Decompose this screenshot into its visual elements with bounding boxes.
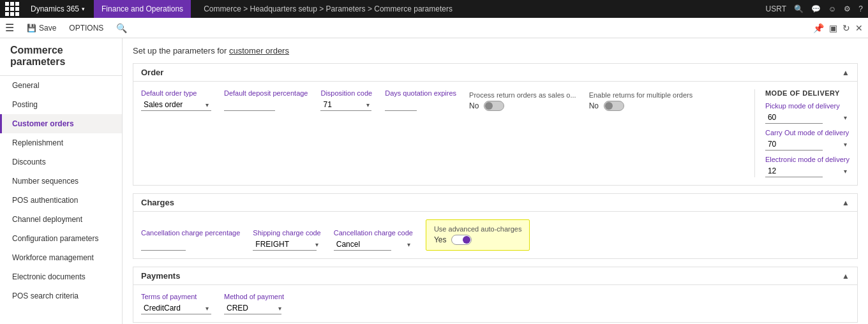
charges-section-title: Charges	[141, 198, 174, 207]
apps-area: Dynamics 365 ▾ Finance and Operations	[5, 0, 191, 18]
carry-out-mode-select[interactable]: 70	[765, 138, 823, 151]
pickup-mode-select[interactable]: 60	[765, 112, 823, 124]
order-section: Order ▲ Default order type Sales order	[133, 63, 858, 186]
enable-returns-group: Enable returns for multiple orders No	[589, 91, 693, 111]
use-advanced-label: Use advanced auto-charges	[434, 225, 522, 233]
electronic-mode-select[interactable]: 12	[765, 165, 823, 177]
sidebar-item-configuration-parameters[interactable]: Configuration parameters	[0, 229, 122, 248]
pickup-mode-group: Pickup mode of delivery 60	[765, 102, 849, 124]
process-return-toggle[interactable]	[484, 101, 504, 111]
terms-of-payment-select[interactable]: CreditCard	[141, 302, 211, 314]
help-icon[interactable]: ?	[858, 4, 863, 13]
close-icon[interactable]: ✕	[855, 23, 863, 33]
cancellation-charge-code-label: Cancellation charge code	[334, 229, 413, 237]
windows-icon[interactable]: ▣	[829, 23, 837, 33]
charges-section: Charges ▲ Cancellation charge percentage…	[133, 193, 858, 259]
toolbar-right-actions: 📌 ▣ ↻ ✕	[813, 23, 863, 33]
finance-operations-label: Finance and Operations	[94, 0, 191, 18]
payments-section: Payments ▲ Terms of payment CreditCard M	[133, 267, 858, 323]
sidebar-item-discounts[interactable]: Discounts	[0, 152, 122, 172]
days-quotation-group: Days quotation expires 30	[385, 89, 456, 111]
shipping-charge-code-select[interactable]: FREIGHT	[253, 239, 317, 251]
sidebar-item-replenishment[interactable]: Replenishment	[0, 133, 122, 152]
user-label: USRT	[766, 4, 786, 13]
smiley-icon[interactable]: ☺	[828, 4, 836, 13]
pickup-mode-label: Pickup mode of delivery	[765, 102, 849, 110]
sidebar-item-workforce-management[interactable]: Workforce management	[0, 248, 122, 267]
shipping-charge-code-label: Shipping charge code	[253, 229, 320, 237]
cancellation-charge-pct-group: Cancellation charge percentage 5.00	[141, 229, 240, 251]
hamburger-icon[interactable]: ☰	[5, 22, 14, 34]
payments-collapse-icon[interactable]: ▲	[842, 272, 849, 281]
order-section-title: Order	[141, 68, 163, 77]
process-return-toggle-group: No	[469, 101, 576, 111]
method-of-payment-label: Method of payment	[224, 293, 284, 300]
breadcrumb: Commerce > Headquarters setup > Paramete…	[204, 4, 453, 13]
save-icon: 💾	[27, 24, 36, 33]
sidebar-item-general[interactable]: General	[0, 76, 122, 95]
sidebar-item-electronic-documents[interactable]: Electronic documents	[0, 267, 122, 286]
order-section-body: Default order type Sales order Default d…	[133, 82, 857, 185]
charges-section-body: Cancellation charge percentage 5.00 Ship…	[133, 212, 857, 258]
carry-out-mode-group: Carry Out mode of delivery 70	[765, 129, 849, 151]
mode-of-delivery-panel: MODE OF DELIVERY Pickup mode of delivery…	[754, 89, 849, 177]
enable-returns-toggle-group: No	[589, 101, 693, 111]
toolbar-search-icon[interactable]: 🔍	[116, 23, 127, 33]
payments-section-title: Payments	[141, 271, 180, 281]
dynamics365-label[interactable]: Dynamics 365 ▾	[26, 0, 90, 18]
days-quotation-label: Days quotation expires	[385, 89, 456, 97]
nav-right-actions: USRT 🔍 💬 ☺ ⚙ ?	[766, 4, 863, 13]
default-order-type-label: Default order type	[141, 89, 211, 97]
refresh-icon[interactable]: ↻	[842, 23, 850, 33]
chat-icon[interactable]: 💬	[811, 4, 821, 13]
process-return-group: Process return orders as sales o... No	[469, 91, 576, 111]
sidebar-item-number-sequences[interactable]: Number sequences	[0, 172, 122, 191]
pin-icon[interactable]: 📌	[813, 23, 824, 33]
carry-out-mode-label: Carry Out mode of delivery	[765, 129, 849, 136]
default-order-type-select[interactable]: Sales order	[141, 99, 211, 111]
top-nav: Dynamics 365 ▾ Finance and Operations Co…	[0, 0, 868, 18]
sidebar-item-customer-orders[interactable]: Customer orders	[0, 114, 122, 133]
days-quotation-input[interactable]: 30	[385, 99, 417, 111]
options-button[interactable]: OPTIONS	[66, 24, 106, 33]
mode-of-delivery-title: MODE OF DELIVERY	[765, 89, 849, 97]
method-of-payment-group: Method of payment CRED	[224, 293, 284, 314]
terms-of-payment-group: Terms of payment CreditCard	[141, 293, 211, 314]
electronic-mode-group: Electronic mode of delivery 12	[765, 156, 849, 177]
order-collapse-icon[interactable]: ▲	[842, 68, 849, 77]
order-section-title-bar: Order ▲	[133, 64, 857, 82]
apps-grid-icon[interactable]	[5, 2, 19, 16]
search-nav-icon[interactable]: 🔍	[794, 4, 804, 13]
process-return-label: Process return orders as sales o...	[469, 91, 576, 99]
settings-icon[interactable]: ⚙	[844, 4, 851, 13]
enable-returns-toggle[interactable]	[604, 101, 624, 111]
sidebar-item-posting[interactable]: Posting	[0, 95, 122, 114]
terms-of-payment-label: Terms of payment	[141, 293, 211, 300]
cancellation-charge-code-select[interactable]: Cancel	[334, 239, 391, 251]
use-advanced-value: Yes	[434, 235, 447, 244]
electronic-mode-label: Electronic mode of delivery	[765, 156, 849, 163]
enable-returns-value: No	[589, 101, 599, 110]
payments-section-title-bar: Payments ▲	[133, 267, 857, 285]
page-title: Commerce parameters	[0, 38, 122, 76]
method-of-payment-select[interactable]: CRED	[224, 302, 281, 314]
disposition-code-select[interactable]: 71	[320, 99, 371, 111]
dynamics365-caret: ▾	[82, 6, 85, 12]
use-advanced-toggle[interactable]	[451, 235, 472, 245]
save-button[interactable]: 💾 Save	[24, 24, 59, 33]
section-description: Set up the parameters for customer order…	[133, 46, 858, 55]
shipping-charge-code-group: Shipping charge code FREIGHT	[253, 229, 320, 251]
use-advanced-group: Use advanced auto-charges Yes	[434, 225, 522, 245]
use-advanced-toggle-group: Yes	[434, 235, 522, 245]
sidebar-item-pos-authentication[interactable]: POS authentication	[0, 191, 122, 210]
charges-section-title-bar: Charges ▲	[133, 194, 857, 212]
process-return-value: No	[469, 101, 479, 110]
default-deposit-pct-input[interactable]: 100.00	[224, 99, 275, 111]
default-deposit-pct-group: Default deposit percentage 100.00	[224, 89, 308, 111]
sidebar-item-channel-deployment[interactable]: Channel deployment	[0, 210, 122, 229]
sidebar-item-pos-search-criteria[interactable]: POS search criteria	[0, 286, 122, 306]
cancellation-charge-code-group: Cancellation charge code Cancel	[334, 229, 413, 251]
default-deposit-pct-label: Default deposit percentage	[224, 89, 308, 97]
cancellation-charge-pct-input[interactable]: 5.00	[141, 239, 186, 251]
charges-collapse-icon[interactable]: ▲	[842, 198, 849, 207]
